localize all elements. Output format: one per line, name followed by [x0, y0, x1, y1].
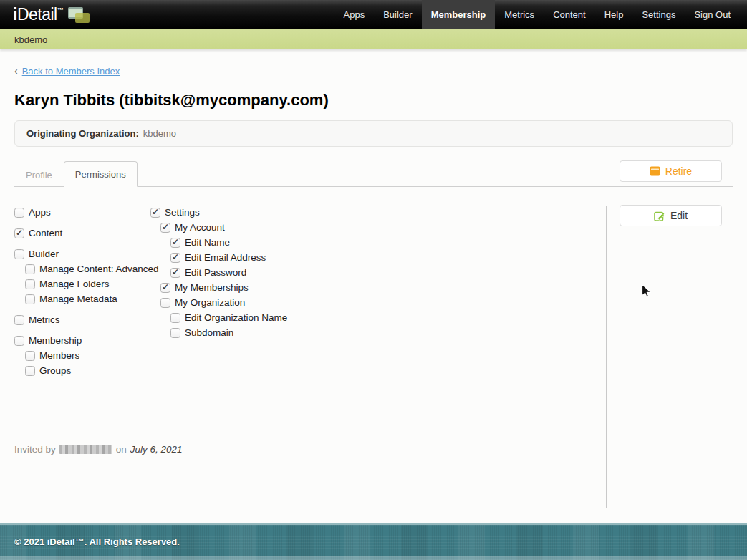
checkbox-metrics[interactable] — [14, 315, 24, 325]
permission-label: Manage Metadata — [39, 294, 117, 304]
nav-item-content[interactable]: Content — [544, 0, 595, 29]
copyright-text: © 2021 iDetail™. All Rights Reserved. — [0, 525, 747, 547]
invited-by-connector: on — [116, 444, 127, 455]
permissions-left-column: AppsContentBuilderManage Content: Advanc… — [14, 205, 150, 378]
invited-by-line: Invited by on July 6, 2021 — [14, 444, 606, 455]
permissions-settings-column: SettingsMy AccountEdit NameEdit Email Ad… — [150, 205, 606, 378]
checkbox-members[interactable] — [25, 351, 35, 361]
permission-label: Apps — [29, 207, 51, 218]
main-content: ‹ Back to Members Index Karyn Tibbits (t… — [0, 49, 747, 523]
originating-organization-value: kbdemo — [143, 128, 176, 139]
vertical-divider — [606, 206, 607, 508]
permission-my-account[interactable]: My Account — [160, 220, 606, 235]
invited-by-prefix: Invited by — [14, 444, 56, 455]
permission-manage-folders[interactable]: Manage Folders — [25, 276, 150, 291]
permission-label: My Account — [175, 222, 225, 233]
tab-permissions[interactable]: Permissions — [64, 161, 138, 187]
permission-label: Subdomain — [185, 327, 233, 338]
permission-label: Settings — [165, 207, 200, 218]
nav-item-sign-out[interactable]: Sign Out — [685, 0, 740, 29]
permission-members[interactable]: Members — [25, 348, 150, 363]
permission-label: My Memberships — [175, 282, 249, 293]
pencil-square-icon — [654, 211, 665, 221]
permission-label: Members — [39, 350, 79, 361]
permission-groups[interactable]: Groups — [25, 363, 150, 378]
retire-button-label: Retire — [665, 165, 692, 177]
permission-edit-organization-name[interactable]: Edit Organization Name — [170, 310, 606, 325]
checkbox-edit-password[interactable] — [170, 268, 180, 278]
permissions-form: AppsContentBuilderManage Content: Advanc… — [14, 187, 606, 509]
page-title: Karyn Tibbits (tibbitsk@mycompany.com) — [14, 92, 733, 109]
permission-label: Groups — [39, 365, 71, 376]
permission-membership[interactable]: Membership — [14, 333, 150, 348]
organization-bar-label: kbdemo — [14, 34, 47, 45]
permission-edit-email-address[interactable]: Edit Email Address — [170, 250, 606, 265]
permission-content[interactable]: Content — [14, 226, 150, 241]
nav-item-help[interactable]: Help — [595, 0, 633, 29]
trademark-symbol: ™ — [57, 6, 64, 14]
tabs-container: ProfilePermissions — [14, 161, 138, 186]
permission-subdomain[interactable]: Subdomain — [170, 325, 606, 340]
organization-bar: kbdemo — [0, 29, 747, 49]
edit-button-label: Edit — [670, 210, 688, 221]
checkbox-subdomain[interactable] — [170, 328, 180, 338]
checkbox-edit-email-address[interactable] — [170, 253, 180, 263]
nav-item-membership[interactable]: Membership — [422, 0, 496, 29]
back-to-members-link[interactable]: Back to Members Index — [22, 66, 120, 77]
permission-manage-metadata[interactable]: Manage Metadata — [25, 291, 150, 306]
permission-label: Membership — [29, 335, 82, 346]
nav-item-metrics[interactable]: Metrics — [495, 0, 544, 29]
checkbox-builder[interactable] — [14, 249, 24, 259]
permission-edit-name[interactable]: Edit Name — [170, 235, 606, 250]
permission-builder[interactable]: Builder — [14, 246, 150, 261]
permission-manage-content-advanced[interactable]: Manage Content: Advanced — [25, 261, 150, 276]
permission-label: Edit Password — [185, 267, 246, 278]
permission-label: Edit Email Address — [185, 252, 266, 263]
checkbox-settings[interactable] — [150, 208, 160, 218]
checkbox-content[interactable] — [14, 228, 24, 238]
checkbox-edit-organization-name[interactable] — [170, 313, 180, 323]
permission-label: Edit Organization Name — [185, 312, 287, 323]
checkbox-groups[interactable] — [25, 366, 35, 376]
permission-label: Content — [29, 228, 62, 238]
permissions-panel: AppsContentBuilderManage Content: Advanc… — [14, 187, 733, 509]
checkbox-my-memberships[interactable] — [160, 283, 170, 293]
checkbox-manage-metadata[interactable] — [25, 294, 35, 304]
permissions-columns: AppsContentBuilderManage Content: Advanc… — [14, 205, 606, 378]
invited-by-redacted-name — [59, 445, 112, 454]
checkbox-manage-content-advanced[interactable] — [25, 264, 35, 274]
checkbox-membership[interactable] — [14, 336, 24, 346]
checkbox-my-organization[interactable] — [160, 298, 170, 308]
page-footer: © 2021 iDetail™. All Rights Reserved. — [0, 523, 747, 560]
back-chevron-icon: ‹ — [14, 65, 18, 77]
edit-button[interactable]: Edit — [620, 205, 722, 226]
nav-item-settings[interactable]: Settings — [632, 0, 685, 29]
permission-label: Builder — [29, 248, 59, 259]
breadcrumb: ‹ Back to Members Index — [14, 65, 733, 77]
retire-button[interactable]: Retire — [620, 160, 722, 182]
permission-my-memberships[interactable]: My Memberships — [160, 280, 606, 295]
permission-my-organization[interactable]: My Organization — [160, 295, 606, 310]
checkbox-my-account[interactable] — [160, 223, 170, 233]
nav-item-builder[interactable]: Builder — [374, 0, 421, 29]
overlapping-squares-icon — [67, 6, 92, 24]
invited-date: July 6, 2021 — [130, 444, 183, 455]
nav-item-apps[interactable]: Apps — [334, 0, 375, 29]
permission-apps[interactable]: Apps — [14, 205, 150, 220]
checkbox-apps[interactable] — [14, 208, 24, 218]
top-navbar: iDetail™ AppsBuilderMembershipMetricsCon… — [0, 0, 747, 29]
app-logo-text: iDetail™ — [13, 5, 63, 24]
permission-edit-password[interactable]: Edit Password — [170, 265, 606, 280]
permission-label: Edit Name — [185, 237, 230, 248]
archive-box-icon — [650, 166, 660, 176]
originating-organization-box: Originating Organization: kbdemo — [14, 120, 733, 147]
checkbox-edit-name[interactable] — [170, 238, 180, 248]
tab-profile[interactable]: Profile — [14, 162, 64, 187]
permission-label: My Organization — [175, 297, 245, 308]
permission-metrics[interactable]: Metrics — [14, 312, 150, 327]
permission-label: Manage Content: Advanced — [39, 264, 159, 274]
checkbox-manage-folders[interactable] — [25, 279, 35, 289]
app-logo[interactable]: iDetail™ — [0, 0, 92, 29]
permission-label: Manage Folders — [39, 279, 110, 289]
permission-settings[interactable]: Settings — [150, 205, 606, 220]
